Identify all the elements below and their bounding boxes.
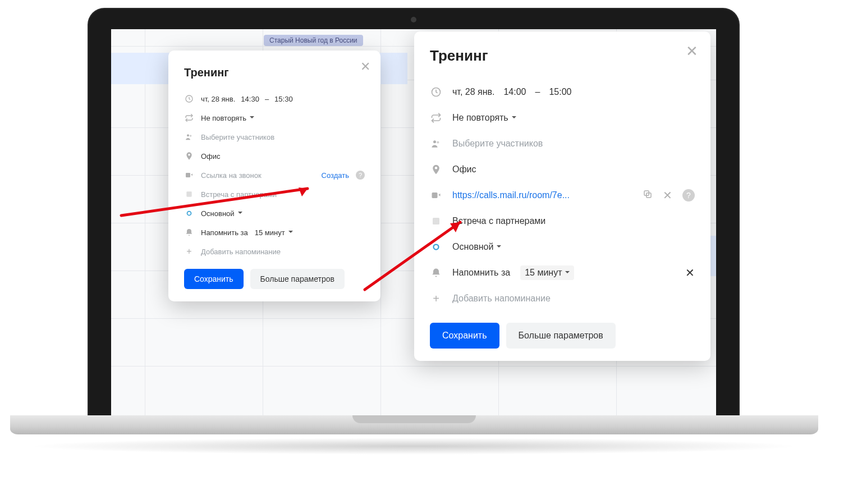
participants-input[interactable]: Выберите участников: [452, 139, 543, 149]
more-options-button[interactable]: Больше параметров: [250, 269, 345, 289]
event-title[interactable]: Тренинг: [184, 66, 365, 79]
location-icon: [430, 163, 442, 176]
save-button[interactable]: Сохранить: [184, 269, 244, 289]
svg-rect-4: [186, 191, 191, 196]
event-time-start[interactable]: 14:00: [503, 87, 526, 97]
clock-icon: [184, 94, 194, 104]
description-input[interactable]: Встреча с партнерами: [201, 190, 277, 199]
dash: –: [535, 87, 540, 97]
participants-input[interactable]: Выберите участников: [201, 133, 274, 141]
call-link-label: Ссылка на звонок: [201, 171, 262, 180]
remove-link-icon[interactable]: ✕: [663, 189, 672, 202]
add-reminder-button[interactable]: Добавить напоминание: [452, 294, 551, 304]
dash: –: [265, 95, 269, 103]
camera-icon: [411, 17, 416, 22]
svg-rect-12: [433, 218, 439, 224]
more-options-button[interactable]: Больше параметров: [506, 323, 616, 349]
remove-reminder-icon[interactable]: ✕: [685, 266, 695, 280]
svg-rect-9: [432, 193, 438, 198]
calendar-color-icon: [184, 208, 194, 218]
event-popup-right: ✕ Тренинг чт, 28 янв. 14:00 – 15:00 Не п…: [414, 31, 710, 361]
screen: Старый Новый год в России 0:30 14:0 Бе: …: [111, 29, 716, 415]
note-icon: [430, 215, 442, 227]
copy-icon[interactable]: [643, 189, 653, 201]
remind-label: Напомнить за: [452, 268, 510, 278]
plus-icon: +: [184, 246, 194, 256]
svg-point-5: [187, 212, 191, 216]
event-time-end[interactable]: 15:30: [274, 95, 293, 103]
laptop-base: [10, 415, 818, 434]
close-icon[interactable]: ✕: [686, 44, 698, 58]
help-icon[interactable]: ?: [682, 189, 695, 201]
repeat-icon: [184, 113, 194, 123]
event-time-start[interactable]: 14:30: [241, 95, 259, 103]
people-icon: [184, 132, 194, 142]
repeat-icon: [430, 112, 442, 124]
event-popup-left: ✕ Тренинг чт, 28 янв. 14:30 – 15:30 Не п…: [168, 51, 380, 301]
remind-value[interactable]: 15 минут: [520, 265, 574, 280]
location-icon: [184, 151, 194, 161]
video-icon: [184, 170, 194, 180]
clock-icon: [430, 86, 442, 98]
event-date[interactable]: чт, 28 янв.: [452, 87, 494, 97]
svg-point-1: [187, 134, 189, 136]
plus-icon: +: [430, 292, 442, 305]
add-reminder-button[interactable]: Добавить напоминание: [201, 248, 281, 256]
people-icon: [430, 138, 442, 150]
close-icon[interactable]: ✕: [360, 61, 370, 73]
help-icon[interactable]: ?: [356, 171, 365, 180]
event-time-end[interactable]: 15:00: [549, 87, 571, 97]
laptop-frame: Старый Новый год в России 0:30 14:0 Бе: …: [89, 9, 739, 415]
svg-point-8: [437, 141, 439, 143]
video-icon: [430, 189, 442, 201]
location-input[interactable]: Офис: [201, 152, 221, 161]
holiday-badge: Старый Новый год в России: [264, 35, 363, 46]
description-input[interactable]: Встреча с партнерами: [452, 216, 545, 226]
remind-label: Напомнить за: [201, 228, 248, 237]
calendar-color-icon: [430, 241, 442, 253]
calendar-select[interactable]: Основной: [201, 209, 242, 218]
repeat-select[interactable]: Не повторять: [452, 113, 516, 123]
repeat-select[interactable]: Не повторять: [201, 114, 254, 122]
create-link-button[interactable]: Создать: [322, 171, 349, 180]
event-title[interactable]: Тренинг: [430, 47, 695, 65]
note-icon: [184, 189, 194, 199]
call-url[interactable]: https://calls.mail.ru/room/7e...: [452, 190, 570, 200]
svg-rect-3: [186, 173, 190, 177]
svg-point-7: [433, 140, 436, 143]
location-input[interactable]: Офис: [452, 164, 476, 175]
remind-value[interactable]: 15 минут: [255, 228, 293, 237]
svg-point-2: [190, 135, 191, 136]
bell-icon: [184, 227, 194, 237]
calendar-select[interactable]: Основной: [452, 242, 501, 252]
bell-icon: [430, 267, 442, 279]
save-button[interactable]: Сохранить: [430, 323, 499, 349]
event-date[interactable]: чт, 28 янв.: [201, 95, 235, 103]
svg-point-13: [434, 245, 439, 250]
